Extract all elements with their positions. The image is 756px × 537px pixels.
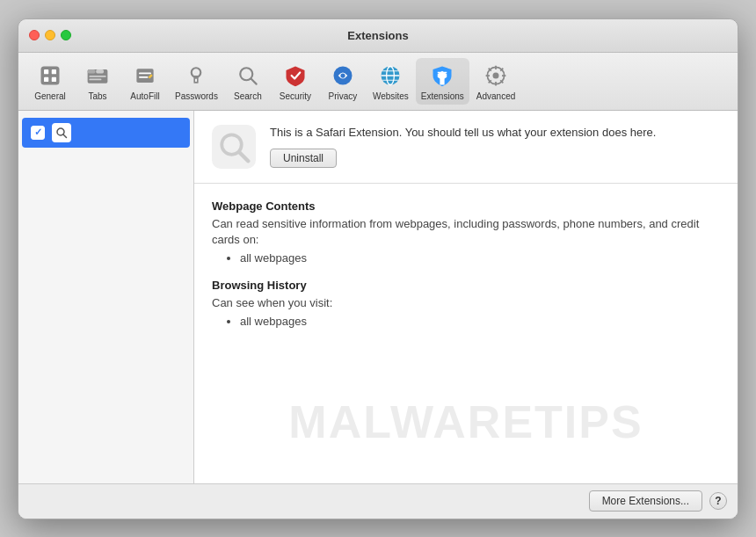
permission-title-1: Browsing History <box>212 279 720 292</box>
footer: More Extensions... ? <box>18 483 738 519</box>
ext-description: This is a Safari Extension. You should t… <box>270 125 720 141</box>
toolbar-item-websites[interactable]: Websites <box>367 58 414 105</box>
toolbar: General Tabs <box>18 53 738 111</box>
privacy-icon <box>329 62 357 90</box>
content-area: ✓ MALWARETIPS <box>18 111 738 483</box>
svg-point-26 <box>493 72 499 78</box>
websites-label: Websites <box>373 91 409 101</box>
toolbar-item-search[interactable]: Search <box>225 58 271 105</box>
security-label: Security <box>280 91 311 101</box>
close-button[interactable] <box>29 30 40 40</box>
ext-info: This is a Safari Extension. You should t… <box>270 125 720 167</box>
passwords-label: Passwords <box>175 91 218 101</box>
toolbar-item-privacy[interactable]: Privacy <box>320 58 366 105</box>
permission-title-0: Webpage Contents <box>212 200 720 213</box>
toolbar-item-autofill[interactable]: AutoFill <box>122 58 168 105</box>
tabs-icon <box>84 62 112 90</box>
svg-rect-6 <box>88 69 96 73</box>
svg-rect-15 <box>196 78 198 82</box>
svg-rect-4 <box>52 76 56 81</box>
toolbar-item-tabs[interactable]: Tabs <box>75 58 120 105</box>
sidebar: ✓ <box>18 111 194 483</box>
extensions-icon <box>428 62 456 90</box>
svg-rect-12 <box>139 76 149 77</box>
websites-icon <box>376 62 404 90</box>
maximize-button[interactable] <box>61 30 71 40</box>
help-button[interactable]: ? <box>709 492 727 510</box>
svg-line-38 <box>239 152 248 161</box>
autofill-icon <box>131 62 159 90</box>
autofill-label: AutoFill <box>130 91 159 101</box>
extension-header: This is a Safari Extension. You should t… <box>194 111 738 184</box>
permission-item-1-0: all webpages <box>240 315 720 328</box>
general-icon <box>36 62 64 90</box>
search-toolbar-icon <box>234 62 262 90</box>
svg-rect-0 <box>41 66 60 84</box>
svg-rect-2 <box>52 69 56 74</box>
permission-desc-0: Can read sensitive information from webp… <box>212 216 720 248</box>
sidebar-ext-icon <box>52 123 71 142</box>
window-title: Extensions <box>347 29 408 42</box>
privacy-label: Privacy <box>329 91 358 101</box>
svg-rect-3 <box>44 76 48 81</box>
svg-rect-8 <box>89 76 105 77</box>
permission-section-1: Browsing History Can see when you visit:… <box>212 279 720 328</box>
general-label: General <box>34 91 66 101</box>
more-extensions-button[interactable]: More Extensions... <box>589 490 702 512</box>
toolbar-item-extensions[interactable]: Extensions <box>416 58 469 105</box>
toolbar-item-general[interactable]: General <box>27 58 73 105</box>
permission-desc-1: Can see when you visit: <box>212 295 720 311</box>
ext-header-icon-container <box>212 125 256 169</box>
svg-rect-9 <box>89 78 101 80</box>
advanced-icon <box>482 62 510 90</box>
check-icon: ✓ <box>34 127 42 137</box>
extensions-label: Extensions <box>421 91 464 101</box>
main-panel: MALWARETIPS This is a Safari Extension. … <box>194 111 738 483</box>
permission-section-0: Webpage Contents Can read sensitive info… <box>212 200 720 265</box>
titlebar: Extensions <box>18 19 738 53</box>
svg-point-19 <box>340 73 345 77</box>
main-window: Extensions General <box>18 18 738 519</box>
permission-item-0-0: all webpages <box>240 251 720 265</box>
advanced-label: Advanced <box>476 91 515 101</box>
passwords-icon <box>182 62 210 90</box>
ext-checkbox[interactable]: ✓ <box>31 126 45 140</box>
svg-rect-7 <box>96 69 104 73</box>
sidebar-item-search-ext[interactable]: ✓ <box>22 118 190 148</box>
extension-details: Webpage Contents Can read sensitive info… <box>194 184 738 483</box>
toolbar-item-security[interactable]: Security <box>273 58 318 105</box>
minimize-button[interactable] <box>45 30 55 40</box>
uninstall-button[interactable]: Uninstall <box>270 149 337 168</box>
toolbar-item-passwords[interactable]: Passwords <box>170 58 223 105</box>
svg-rect-11 <box>139 72 151 74</box>
svg-line-36 <box>63 134 67 138</box>
toolbar-item-advanced[interactable]: Advanced <box>471 58 520 105</box>
tabs-label: Tabs <box>88 91 106 101</box>
traffic-lights <box>29 30 71 40</box>
svg-line-17 <box>251 78 256 83</box>
search-label: Search <box>234 91 262 101</box>
security-icon <box>281 62 309 90</box>
svg-rect-1 <box>44 69 48 74</box>
